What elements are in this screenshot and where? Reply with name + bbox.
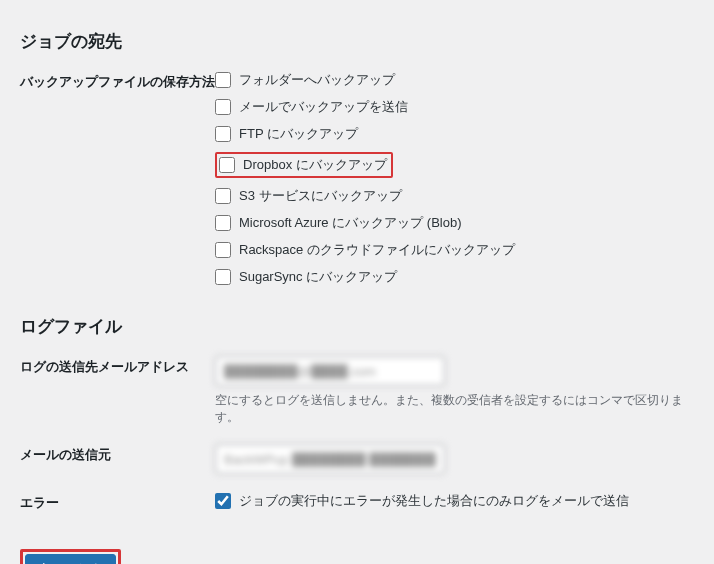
save-button[interactable]: 変更を保存 [25, 554, 116, 564]
row-log-email-to: ログの送信先メールアドレス 空にするとログを送信しません。また、複数の受信者を設… [20, 356, 694, 426]
checkbox-dest-7[interactable] [215, 269, 231, 285]
checkbox-dest-1[interactable] [215, 99, 231, 115]
desc-log-email-to: 空にするとログを送信しません。また、複数の受信者を設定するにはコンマで区切ります… [215, 392, 694, 426]
checkbox-label-dest-6: Rackspace のクラウドファイルにバックアップ [239, 241, 515, 259]
label-errors: エラー [20, 492, 215, 512]
section-destination-title: ジョブの宛先 [20, 30, 694, 53]
checkbox-line-dest-6[interactable]: Rackspace のクラウドファイルにバックアップ [215, 241, 694, 259]
submit-area: 変更を保存 [20, 549, 694, 564]
field-log-email-from [215, 444, 694, 474]
checkbox-label-dest-3: Dropbox にバックアップ [243, 156, 387, 174]
checkbox-dest-3[interactable] [219, 157, 235, 173]
checkbox-dest-4[interactable] [215, 188, 231, 204]
label-backup-storage: バックアップファイルの保存方法 [20, 71, 215, 91]
field-backup-storage: フォルダーへバックアップメールでバックアップを送信FTP にバックアップDrop… [215, 71, 694, 295]
input-log-email-to[interactable] [215, 356, 445, 386]
checkbox-line-dest-5[interactable]: Microsoft Azure にバックアップ (Blob) [215, 214, 694, 232]
row-backup-storage: バックアップファイルの保存方法 フォルダーへバックアップメールでバックアップを送… [20, 71, 694, 295]
row-errors: エラー ジョブの実行中にエラーが発生した場合にのみログをメールで送信 [20, 492, 694, 519]
label-log-email-from: メールの送信元 [20, 444, 215, 464]
checkbox-label-dest-2: FTP にバックアップ [239, 125, 358, 143]
submit-highlight: 変更を保存 [20, 549, 121, 564]
checkbox-line-errors-only[interactable]: ジョブの実行中にエラーが発生した場合にのみログをメールで送信 [215, 492, 694, 510]
checkbox-dest-2[interactable] [215, 126, 231, 142]
checkbox-label-dest-7: SugarSync にバックアップ [239, 268, 397, 286]
checkbox-label-dest-0: フォルダーへバックアップ [239, 71, 395, 89]
field-errors: ジョブの実行中にエラーが発生した場合にのみログをメールで送信 [215, 492, 694, 519]
label-log-email-to: ログの送信先メールアドレス [20, 356, 215, 376]
checkbox-line-dest-3[interactable]: Dropbox にバックアップ [215, 152, 694, 178]
highlight-dest-3: Dropbox にバックアップ [215, 152, 393, 178]
checkbox-dest-5[interactable] [215, 215, 231, 231]
input-log-email-from[interactable] [215, 444, 445, 474]
checkbox-line-dest-0[interactable]: フォルダーへバックアップ [215, 71, 694, 89]
checkbox-label-dest-4: S3 サービスにバックアップ [239, 187, 402, 205]
section-logfiles-title: ログファイル [20, 315, 694, 338]
checkbox-line-dest-1[interactable]: メールでバックアップを送信 [215, 98, 694, 116]
checkbox-dest-0[interactable] [215, 72, 231, 88]
checkbox-line-dest-2[interactable]: FTP にバックアップ [215, 125, 694, 143]
checkbox-errors-only[interactable] [215, 493, 231, 509]
field-log-email-to: 空にするとログを送信しません。また、複数の受信者を設定するにはコンマで区切ります… [215, 356, 694, 426]
checkbox-dest-6[interactable] [215, 242, 231, 258]
checkbox-label-errors-only: ジョブの実行中にエラーが発生した場合にのみログをメールで送信 [239, 492, 629, 510]
checkbox-line-dest-7[interactable]: SugarSync にバックアップ [215, 268, 694, 286]
checkbox-line-dest-4[interactable]: S3 サービスにバックアップ [215, 187, 694, 205]
checkbox-label-dest-1: メールでバックアップを送信 [239, 98, 408, 116]
row-log-email-from: メールの送信元 [20, 444, 694, 474]
checkbox-label-dest-5: Microsoft Azure にバックアップ (Blob) [239, 214, 462, 232]
